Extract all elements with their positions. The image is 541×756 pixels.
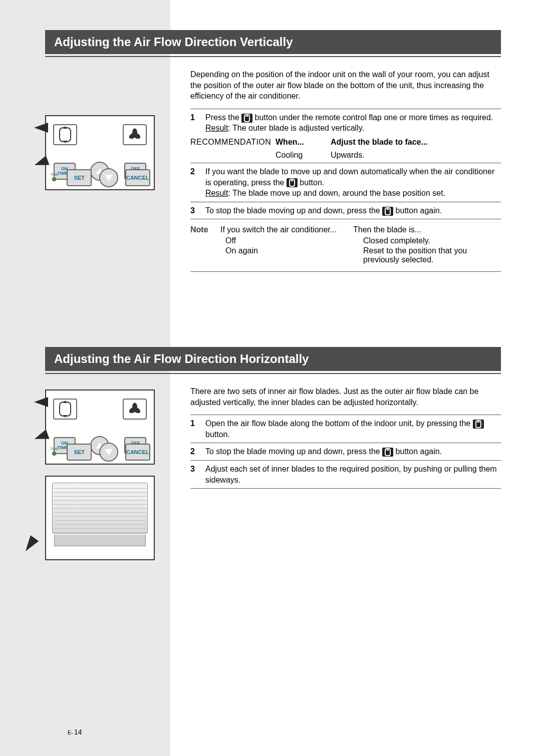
note-cell: On again: [220, 246, 363, 264]
unit-louver: [54, 535, 146, 546]
chevron-down-icon: [105, 449, 113, 455]
swing-icon: [59, 402, 71, 417]
divider: [190, 163, 501, 163]
note-block: Note If you switch the air conditioner..…: [190, 224, 501, 235]
step-3: 3 To stop the blade moving up and down, …: [190, 205, 501, 216]
step-number: 1: [190, 112, 205, 134]
note-cell: Reset to the position that you previousl…: [363, 246, 501, 264]
divider: [190, 109, 501, 109]
recommendation-adjust-header: Adjust the blade to face...: [331, 138, 501, 147]
intro-vertical: Depending on the position of the indoor …: [190, 69, 501, 102]
indoor-unit-illustration: [45, 476, 155, 560]
fan-icon: [128, 403, 141, 416]
step-2-text-a: If you want the blade to move up and dow…: [205, 167, 494, 187]
swing-icon: [473, 420, 484, 429]
step-1-h: 1 Open the air flow blade along the bott…: [190, 418, 501, 440]
heading-vertical: Adjusting the Air Flow Direction Vertica…: [45, 30, 501, 54]
page-number-value: 14: [74, 728, 82, 736]
note-header-2: Then the blade is...: [353, 224, 421, 235]
chevron-down-icon: [105, 175, 113, 181]
step-2h-text-b: button again.: [396, 447, 442, 456]
divider: [190, 271, 501, 272]
pointer-arrow-icon: [34, 123, 48, 133]
step-1-text-b: button under the remote control flap one…: [254, 113, 493, 122]
step-2: 2 If you want the blade to move up and d…: [190, 166, 501, 199]
remote-illustration-1: ONTIMER OFFTIMER SET CANCEL TIME: [45, 115, 155, 190]
rc-swing-button: [53, 124, 77, 145]
swing-icon: [382, 207, 393, 216]
rc-time-led: [52, 177, 56, 181]
rc-down-button: [99, 443, 118, 462]
note-header-1: If you switch the air conditioner...: [220, 224, 353, 235]
divider: [190, 219, 501, 219]
recommendation-row: Cooling Upwards.: [190, 151, 501, 160]
step-2-result: : The blade move up and down, around the…: [228, 189, 445, 197]
step-1h-text-b: button.: [205, 430, 230, 439]
page-number-prefix: E-: [68, 729, 73, 735]
rc-time-led: [52, 452, 56, 456]
heading-horizontal: Adjusting the Air Flow Direction Horizon…: [45, 347, 501, 371]
step-3-text-b: button again.: [396, 206, 442, 215]
divider: [190, 415, 501, 415]
rc-fan-button: [123, 399, 147, 420]
swing-icon: [382, 448, 393, 457]
page-number: E-14: [68, 728, 82, 736]
swing-icon: [59, 127, 71, 142]
divider: [190, 202, 501, 202]
swing-icon: [287, 178, 298, 187]
note-label: Note: [190, 224, 220, 235]
recommendation-header: RECOMMENDATION When... Adjust the blade …: [190, 138, 501, 147]
swing-icon: [241, 114, 252, 123]
heading-underline: [45, 373, 501, 374]
step-1: 1 Press the button under the remote cont…: [190, 112, 501, 134]
rc-cancel-button: CANCEL: [125, 169, 150, 186]
divider: [190, 488, 501, 489]
step-2-h: 2 To stop the blade moving up and down, …: [190, 446, 501, 457]
step-3-h: 3 Adjust each set of inner blades to the…: [190, 464, 501, 485]
recommendation-when-value: Cooling: [276, 151, 331, 160]
rc-time-label: TIME: [50, 447, 59, 451]
rc-set-button: SET: [67, 444, 92, 461]
rc-set-button: SET: [67, 169, 92, 186]
note-cell: Closed completely.: [363, 236, 501, 245]
result-label: Result: [205, 189, 228, 197]
rc-down-button: [99, 168, 118, 187]
rc-cancel-button: CANCEL: [125, 444, 150, 461]
step-number: 3: [190, 464, 205, 485]
note-cell: Off: [220, 236, 363, 245]
heading-underline: [45, 56, 501, 57]
step-1h-text-a: Open the air flow blade along the bottom…: [205, 419, 473, 428]
step-3h-text: Adjust each set of inner blades to the r…: [205, 464, 501, 485]
remote-illustration-2: ONTIMER OFFTIMER SET CANCEL TIME: [45, 390, 155, 465]
recommendation-label: RECOMMENDATION: [190, 138, 276, 147]
step-2-text-b: button.: [300, 178, 324, 187]
intro-horizontal: There are two sets of inner air flow bla…: [190, 386, 501, 408]
unit-grille: [54, 485, 146, 531]
recommendation-when-header: When...: [276, 138, 331, 147]
rc-time-label: TIME: [50, 173, 59, 176]
step-number: 2: [190, 166, 205, 199]
step-2h-text-a: To stop the blade moving up and down, pr…: [205, 447, 382, 456]
rc-swing-button: [53, 399, 77, 420]
step-1-result: : The outer blade is adjusted vertically…: [228, 124, 364, 132]
rc-fan-button: [123, 124, 147, 145]
result-label: Result: [205, 124, 228, 132]
divider: [190, 460, 501, 461]
step-number: 2: [190, 446, 205, 457]
note-table: Off Closed completely. On again Reset to…: [220, 236, 501, 264]
pointer-arrow-icon: [34, 397, 48, 407]
step-number: 3: [190, 205, 205, 216]
step-3-text-a: To stop the blade moving up and down, pr…: [205, 206, 382, 215]
recommendation-adjust-value: Upwards.: [331, 151, 501, 160]
divider: [190, 443, 501, 443]
step-number: 1: [190, 418, 205, 440]
fan-icon: [128, 128, 141, 141]
step-1-text-a: Press the: [205, 113, 241, 122]
